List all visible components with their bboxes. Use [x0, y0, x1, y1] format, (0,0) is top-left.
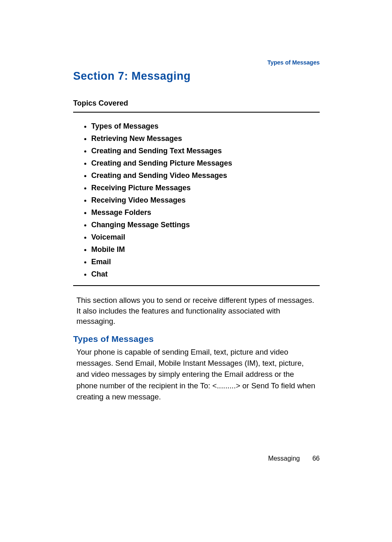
list-item: Changing Message Settings	[91, 219, 320, 231]
body-paragraph: Your phone is capable of sending Email, …	[76, 346, 316, 403]
list-item: Mobile IM	[91, 243, 320, 256]
list-item: Creating and Sending Picture Messages	[91, 157, 320, 169]
list-item: Types of Messages	[91, 120, 320, 132]
running-header: Types of Messages	[267, 59, 320, 66]
list-item: Email	[91, 256, 320, 268]
intro-paragraph: This section allows you to send or recei…	[76, 295, 316, 327]
list-item: Message Folders	[91, 206, 320, 219]
divider-bottom	[73, 285, 320, 286]
subheading-types-of-messages: Types of Messages	[73, 334, 320, 344]
section-title: Section 7: Messaging	[73, 70, 320, 83]
list-item: Receiving Picture Messages	[91, 182, 320, 194]
list-item: Creating and Sending Text Messages	[91, 145, 320, 157]
page-content: Section 7: Messaging Topics Covered Type…	[73, 70, 320, 402]
list-item: Voicemail	[91, 231, 320, 243]
topics-list: Types of Messages Retrieving New Message…	[73, 120, 320, 280]
page-number: 66	[312, 455, 320, 462]
footer-section-label: Messaging	[268, 455, 300, 462]
divider-top	[73, 112, 320, 113]
list-item: Retrieving New Messages	[91, 132, 320, 145]
list-item: Receiving Video Messages	[91, 194, 320, 206]
page-footer: Messaging 66	[268, 455, 320, 462]
list-item: Chat	[91, 268, 320, 280]
document-page: Types of Messages Section 7: Messaging T…	[0, 0, 392, 542]
topics-covered-label: Topics Covered	[73, 99, 320, 108]
list-item: Creating and Sending Video Messages	[91, 169, 320, 182]
